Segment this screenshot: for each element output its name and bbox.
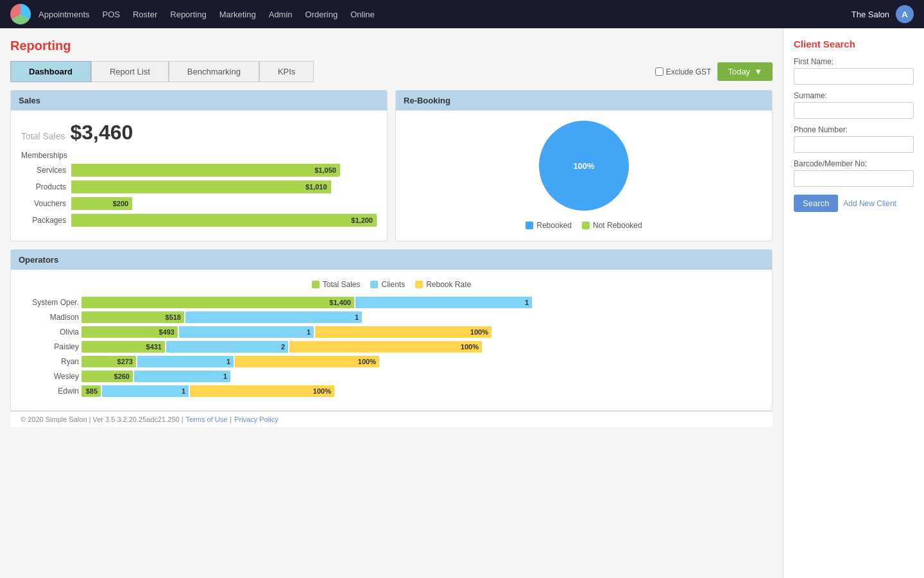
- nav-reporting[interactable]: Reporting: [170, 10, 206, 19]
- op-bar-sales: $431: [81, 341, 165, 353]
- right-panel: Client Search First Name: Surname: Phone…: [783, 28, 924, 578]
- operator-row: Ryan $273 1 100%: [21, 356, 762, 367]
- first-name-input[interactable]: [794, 68, 914, 85]
- exclude-gst-checkbox[interactable]: [655, 67, 663, 76]
- sales-bar-row: Packages $1,200: [21, 214, 377, 227]
- ops-legend-dot: [415, 281, 423, 288]
- nav-roster[interactable]: Roster: [133, 10, 157, 19]
- nav-admin[interactable]: Admin: [269, 10, 293, 19]
- op-bars: $85 1 100%: [81, 385, 762, 397]
- sales-bar-row: Vouchers $200: [21, 197, 377, 210]
- op-bar-sales: $273: [81, 356, 136, 367]
- first-name-group: First Name:: [794, 57, 914, 85]
- total-sales-label: Total Sales: [21, 131, 65, 141]
- phone-label: Phone Number:: [794, 125, 914, 134]
- barcode-label: Barcode/Member No:: [794, 159, 914, 168]
- page-title: Reporting: [10, 39, 773, 53]
- salon-name: The Salon: [851, 10, 889, 19]
- bar-fill: $1,010: [71, 180, 331, 193]
- op-bar-sales: $260: [81, 371, 133, 382]
- pie-chart: 100%: [539, 121, 629, 211]
- barcode-group: Barcode/Member No:: [794, 159, 914, 187]
- phone-input[interactable]: [794, 136, 914, 153]
- first-name-label: First Name:: [794, 57, 914, 66]
- op-bar-clients: 1: [102, 385, 189, 397]
- bar-fill-value: $1,200: [351, 216, 373, 224]
- footer-terms[interactable]: Terms of Use: [186, 416, 228, 423]
- dashboard-grid: Sales Total Sales $3,460 Memberships Ser…: [10, 90, 773, 241]
- op-bars: $493 1 100%: [81, 326, 762, 338]
- op-bar-sales: $518: [81, 311, 184, 323]
- ops-legend-item: Total Sales: [312, 280, 361, 289]
- phone-group: Phone Number:: [794, 125, 914, 153]
- ops-legend-item: Clients: [370, 280, 405, 289]
- tab-kpis[interactable]: KPIs: [259, 61, 314, 82]
- bar-container: $1,010: [71, 180, 377, 193]
- avatar[interactable]: A: [896, 5, 914, 23]
- ops-bars: System Oper. $1,400 1 Madison $518 1 Oli…: [21, 297, 762, 397]
- sales-panel: Sales Total Sales $3,460 Memberships Ser…: [10, 90, 388, 241]
- op-name: Paisley: [21, 342, 79, 351]
- ops-legend-dot: [370, 281, 378, 288]
- rebooking-body: 100% Rebooked Not Rebooked: [396, 110, 772, 240]
- op-name: Olivia: [21, 328, 79, 337]
- today-button[interactable]: Today ▼: [717, 62, 773, 81]
- tab-dashboard[interactable]: Dashboard: [10, 61, 91, 82]
- nav-appointments[interactable]: Appointments: [38, 10, 90, 19]
- op-bar-clients: 1: [134, 371, 230, 382]
- top-right: The Salon A: [851, 5, 914, 23]
- op-bars: $273 1 100%: [81, 356, 762, 367]
- tab-benchmarking[interactable]: Benchmarking: [169, 61, 259, 82]
- nav-online[interactable]: Online: [350, 10, 375, 19]
- operators-body: Total Sales Clients Rebook Rate System O…: [11, 270, 772, 410]
- tabs-row: Dashboard Report List Benchmarking KPIs …: [10, 61, 773, 82]
- surname-group: Surname:: [794, 91, 914, 119]
- operator-row: Paisley $431 2 100%: [21, 341, 762, 353]
- nav-marketing[interactable]: Marketing: [219, 10, 256, 19]
- bar-fill: $1,200: [71, 214, 377, 227]
- search-button[interactable]: Search: [794, 195, 838, 212]
- sales-bars: Services $1,050 Products $1,010 Vouchers…: [21, 164, 377, 227]
- op-name: Ryan: [21, 357, 79, 366]
- operators-header: Operators: [11, 250, 772, 270]
- op-bars: $260 1: [81, 371, 762, 382]
- op-bar-clients: 1: [355, 297, 532, 308]
- legend-label: Not Rebooked: [593, 221, 642, 230]
- app-logo: [10, 4, 31, 24]
- bar-container: $1,050: [71, 164, 377, 177]
- legend-dot: [526, 222, 533, 229]
- rebooking-header: Re-Booking: [396, 91, 772, 110]
- op-bars: $518 1: [81, 311, 762, 323]
- top-navigation: Appointments POS Roster Reporting Market…: [0, 0, 924, 28]
- bar-container: $200: [71, 197, 377, 210]
- sales-body: Total Sales $3,460 Memberships Services …: [11, 110, 387, 241]
- ops-legend-label: Total Sales: [323, 280, 361, 289]
- tab-report-list[interactable]: Report List: [91, 61, 169, 82]
- bar-fill-value: $1,010: [305, 183, 327, 191]
- surname-input[interactable]: [794, 102, 914, 119]
- add-new-client-button[interactable]: Add New Client: [843, 199, 896, 208]
- op-bars: $1,400 1: [81, 297, 762, 308]
- op-name: Wesley: [21, 372, 79, 381]
- op-bar-rebook: 100%: [235, 356, 379, 367]
- nav-pos[interactable]: POS: [103, 10, 120, 19]
- op-bar-clients: 1: [185, 311, 362, 323]
- op-bar-rebook: 100%: [190, 385, 334, 397]
- legend-label: Rebooked: [536, 221, 572, 230]
- chevron-down-icon: ▼: [754, 67, 762, 76]
- barcode-input[interactable]: [794, 170, 914, 187]
- nav-links: Appointments POS Roster Reporting Market…: [38, 10, 851, 19]
- footer-privacy[interactable]: Privacy Policy: [234, 416, 278, 423]
- operator-row: System Oper. $1,400 1: [21, 297, 762, 308]
- exclude-gst-label[interactable]: Exclude GST: [655, 67, 712, 76]
- legend-dot: [582, 222, 590, 229]
- op-name: Madison: [21, 313, 79, 322]
- op-bar-rebook: 100%: [315, 326, 492, 338]
- total-sales-value: $3,460: [70, 121, 133, 144]
- nav-ordering[interactable]: Ordering: [305, 10, 338, 19]
- operator-row: Wesley $260 1: [21, 371, 762, 382]
- bar-fill: $200: [71, 197, 132, 210]
- footer-sep: |: [230, 416, 232, 423]
- op-bar-sales: $493: [81, 326, 178, 338]
- form-buttons: Search Add New Client: [794, 195, 914, 212]
